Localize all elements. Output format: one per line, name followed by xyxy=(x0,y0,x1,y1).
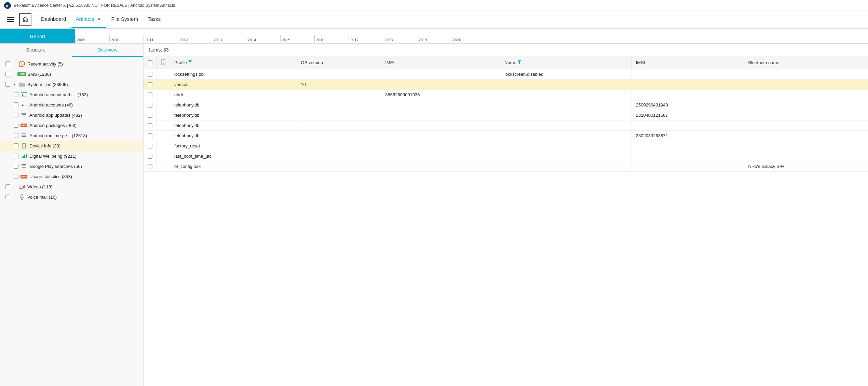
row-checkbox-4[interactable] xyxy=(148,113,152,118)
sidebar-item-10[interactable]: Google Play searches (50) xyxy=(0,161,143,171)
cell-imei-3 xyxy=(381,100,500,110)
cell-profile-9: bt_config.bak xyxy=(170,161,297,172)
expand-arrow-2[interactable]: ▼ xyxy=(12,83,16,86)
sidebar-checkbox-7[interactable] xyxy=(14,133,18,138)
cell-bluetooth_name-8 xyxy=(744,151,868,161)
filter-icon-name[interactable] xyxy=(518,60,521,65)
sidebar-checkbox-2[interactable] xyxy=(5,82,10,87)
col-header-bluetooth_name[interactable]: Bluetooth name xyxy=(744,56,868,69)
col-header-profile[interactable]: Profile xyxy=(170,56,297,69)
tab-dashboard[interactable]: Dashboard xyxy=(37,11,70,28)
sidebar-checkbox-5[interactable] xyxy=(14,113,18,117)
row-checkbox-8[interactable] xyxy=(148,154,152,159)
tab-artifacts[interactable]: Artifacts ✕ xyxy=(71,11,106,28)
sidebar-item-6[interactable]: APPAndroid packages (463) xyxy=(0,120,143,130)
table-row[interactable]: ahrh35662609091036 xyxy=(144,90,868,100)
filter-icon-profile[interactable] xyxy=(188,60,192,65)
col-header-os_version[interactable]: OS version xyxy=(297,56,381,69)
cell-os_version-2 xyxy=(297,90,381,100)
row-checkbox-2[interactable] xyxy=(148,92,152,97)
row-checkbox-3[interactable] xyxy=(148,103,152,108)
table-row[interactable]: telephony.db2500296401948 xyxy=(144,100,868,110)
data-table-wrap[interactable]: ProfileOS versionIMEINameIMSIBluetooth n… xyxy=(144,56,868,386)
report-button[interactable]: Report xyxy=(0,29,75,44)
row-checkbox-1[interactable] xyxy=(148,82,152,87)
sidebar-item-8[interactable]: Device info (33) xyxy=(0,141,143,151)
sidebar-checkbox-4[interactable] xyxy=(14,102,18,107)
sidebar-checkbox-13[interactable] xyxy=(5,195,10,199)
tab-structure[interactable]: Structure xyxy=(0,44,72,57)
sidebar-checkbox-1[interactable] xyxy=(5,72,10,76)
col-header-imsi[interactable]: IMSI xyxy=(632,56,744,69)
sidebar-item-3[interactable]: ▶_Android account autht... (153) xyxy=(0,89,143,100)
table-row[interactable]: telephony.db2502033263871 xyxy=(144,131,868,141)
col-header-checkbox xyxy=(144,56,157,69)
table-row[interactable]: factory_reset xyxy=(144,141,868,151)
cell-imsi-9 xyxy=(632,161,744,172)
tab-tasks[interactable]: Tasks xyxy=(144,11,165,28)
main-layout: Structure Overview Recent activity (5)SM… xyxy=(0,44,868,386)
sidebar-icon-video xyxy=(18,183,25,190)
sidebar: Structure Overview Recent activity (5)SM… xyxy=(0,44,144,386)
sidebar-icon-wellbeing xyxy=(21,153,27,159)
sidebar-icon-list xyxy=(21,163,27,170)
sidebar-checkbox-8[interactable] xyxy=(14,143,18,148)
row-checkbox-9[interactable] xyxy=(148,164,152,169)
cell-bluetooth_name-6 xyxy=(744,131,868,141)
table-row[interactable]: version10 xyxy=(144,80,868,90)
app-logo: B xyxy=(4,2,11,9)
sidebar-checkbox-6[interactable] xyxy=(14,123,18,128)
tab-artifacts-close[interactable]: ✕ xyxy=(96,16,102,22)
sidebar-item-7[interactable]: Android runtime pe... (12618) xyxy=(0,130,143,141)
row-checkbox-0[interactable] xyxy=(148,72,152,77)
tab-overview[interactable]: Overview xyxy=(72,44,144,57)
svg-rect-8 xyxy=(22,136,26,137)
sidebar-checkbox-11[interactable] xyxy=(14,174,18,179)
col-header-imei[interactable]: IMEI xyxy=(381,56,500,69)
cell-profile-5: telephony.db xyxy=(170,120,297,131)
svg-rect-18 xyxy=(19,185,23,188)
hamburger-button[interactable] xyxy=(5,15,15,24)
table-row[interactable]: telephony.db xyxy=(144,120,868,131)
table-row[interactable]: last_boot_time_utc xyxy=(144,151,868,161)
col-label-bluetooth_name: Bluetooth name xyxy=(748,60,779,65)
row-checkbox-5[interactable] xyxy=(148,123,152,128)
cell-bluetooth_name-2 xyxy=(744,90,868,100)
sidebar-item-1[interactable]: SMSSMS (1230) xyxy=(0,69,143,79)
svg-rect-14 xyxy=(26,154,27,158)
sidebar-icon-device xyxy=(21,142,27,149)
sidebar-item-0[interactable]: Recent activity (5) xyxy=(0,59,143,69)
cell-os_version-8 xyxy=(297,151,381,161)
tab-filesystem[interactable]: File System xyxy=(107,11,142,28)
table-row[interactable]: telephony.db2820400121587 xyxy=(144,110,868,120)
row-checkbox-7[interactable] xyxy=(148,144,152,148)
sidebar-item-4[interactable]: ▶_Android accounts (46) xyxy=(0,100,143,110)
sidebar-item-9[interactable]: Digital Wellbeing (9211) xyxy=(0,151,143,161)
timeline-year-2017: 2017 xyxy=(349,35,383,42)
sidebar-checkbox-10[interactable] xyxy=(14,164,18,169)
cell-name-2 xyxy=(500,90,632,100)
row-checkbox-6[interactable] xyxy=(148,133,152,138)
timeline-year-2009: 2009 xyxy=(75,35,109,42)
table-row[interactable]: bt_config.bakNiko's Galaxy S9+ xyxy=(144,161,868,172)
sidebar-item-11[interactable]: APPUsage statistics (853) xyxy=(0,171,143,182)
sidebar-checkbox-12[interactable] xyxy=(5,184,10,189)
timeline-year-2010: 2010 xyxy=(109,35,144,42)
table-body: locksettings.dblockscreen.disabledversio… xyxy=(144,69,868,172)
header-checkbox[interactable] xyxy=(148,60,152,65)
sidebar-checkbox-0[interactable] xyxy=(5,61,10,66)
sidebar-item-13[interactable]: Voice mail (16) xyxy=(0,192,143,202)
titlebar-text: Belkasoft Evidence Center X | v.2.5.1623… xyxy=(14,3,175,8)
col-header-name[interactable]: Name xyxy=(500,56,632,69)
sidebar-checkbox-9[interactable] xyxy=(14,154,18,158)
cell-imei-4 xyxy=(381,110,500,120)
sidebar-item-5[interactable]: Android app updates (482) xyxy=(0,110,143,120)
sidebar-item-2[interactable]: ▼System files (23909) xyxy=(0,79,143,89)
sidebar-item-12[interactable]: Videos (118) xyxy=(0,182,143,192)
sidebar-checkbox-3[interactable] xyxy=(14,92,18,97)
cell-imsi-8 xyxy=(632,151,744,161)
cell-imei-7 xyxy=(381,141,500,151)
table-row[interactable]: locksettings.dblockscreen.disabled xyxy=(144,69,868,80)
home-button[interactable] xyxy=(19,13,31,26)
svg-text:B: B xyxy=(6,4,8,8)
